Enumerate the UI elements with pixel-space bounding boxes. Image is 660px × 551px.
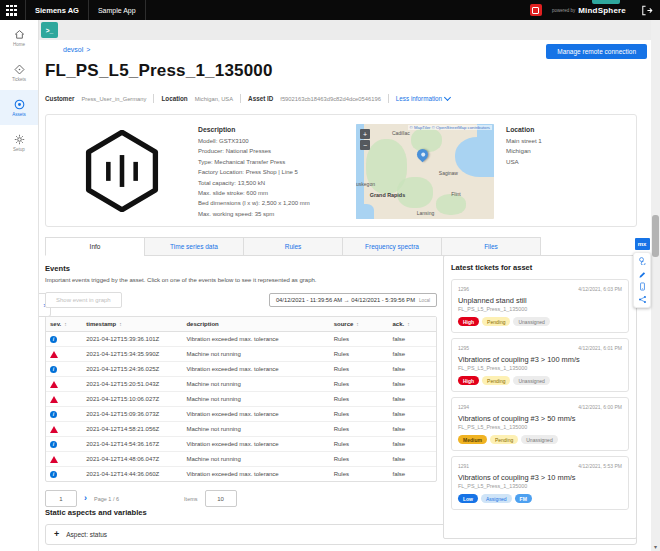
event-source: Rules (330, 467, 389, 481)
ticket-icon (13, 63, 26, 76)
assignee-badge: Unassigned (513, 376, 549, 385)
event-ack: false (388, 377, 436, 391)
logout-icon[interactable] (640, 4, 653, 17)
table-row[interactable]: 2021-04-12T14:58:21.056Z Machine not run… (46, 422, 436, 437)
terminal-icon[interactable]: >_ (41, 22, 58, 38)
page-scrollbar[interactable]: ▾ (651, 20, 660, 551)
table-row[interactable]: 2021-04-12T15:09:36.073Z Vibration excee… (46, 407, 436, 422)
sort-icon[interactable]: ↕ (119, 321, 122, 327)
assignee-badge: FM (515, 494, 532, 503)
less-information-toggle[interactable]: Less information (396, 95, 450, 102)
community-icon[interactable] (638, 256, 647, 265)
description-line: Total capacity: 13,500 kN (198, 178, 356, 188)
items-label: Items (184, 496, 197, 502)
severity-icon (50, 456, 58, 463)
description-line: Max. working speed: 35 spm (198, 209, 356, 219)
status-badge: Pending (490, 435, 518, 444)
description-line: Factory Location: Press Shop | Line 5 (198, 167, 356, 177)
sort-icon[interactable]: ↕ (407, 321, 410, 327)
map-city-label: Cadillac (392, 130, 410, 136)
sidebar-item-label: Setup (13, 147, 25, 152)
tab-info[interactable]: Info (45, 237, 145, 256)
status-badge: Assigned (481, 494, 512, 503)
app-logo-icon[interactable] (530, 4, 542, 16)
event-source: Rules (330, 422, 389, 436)
secondary-bar (39, 20, 660, 40)
location-line: USA (506, 157, 636, 167)
table-row[interactable]: 2021-04-12T15:39:36.101Z Vibration excee… (46, 332, 436, 347)
sidebar-item-tickets[interactable]: Tickets (0, 55, 38, 90)
map-attribution[interactable]: © MapTiler © OpenStreetMap contributors (408, 125, 492, 130)
sort-icon[interactable]: ↕ (64, 321, 67, 327)
tab-time-series-data[interactable]: Time series data (144, 237, 244, 256)
table-row[interactable]: 2021-04-12T14:54:36.167Z Vibration excee… (46, 437, 436, 452)
scrollbar-thumb[interactable] (652, 215, 659, 257)
latest-tickets-panel: Latest tickets for asset 1296 4/12/2021,… (443, 255, 637, 539)
table-row[interactable]: 2021-04-12T14:44:36.060Z Vibration excee… (46, 467, 436, 481)
map-zoom-in-button[interactable]: + (360, 129, 370, 139)
sidebar-item-home[interactable]: Home (0, 20, 38, 55)
event-source: Rules (330, 362, 389, 376)
event-source: Rules (330, 332, 389, 346)
edit-pencil-icon[interactable] (638, 269, 647, 278)
tab-frequency-spectra[interactable]: Frequency spectra (342, 237, 442, 256)
table-row[interactable]: 2021-04-12T15:34:35.990Z Machine not run… (46, 347, 436, 362)
app-switcher-icon[interactable] (6, 5, 17, 16)
date-range-picker[interactable]: 04/12/2021 - 11:39:56 AM → 04/12/2021 - … (269, 293, 437, 307)
column-label[interactable]: ack. (392, 321, 404, 327)
event-timestamp: 2021-04-12T14:48:06.047Z (82, 452, 182, 466)
ticket-card[interactable]: 1295 4/12/2021, 6:01 PM Vibrations of co… (451, 338, 629, 392)
mx-badge[interactable]: mx (635, 238, 650, 250)
next-page-icon[interactable]: › (84, 494, 87, 503)
table-row[interactable]: 2021-04-12T15:10:06.027Z Machine not run… (46, 392, 436, 407)
items-per-page-input[interactable] (205, 490, 237, 507)
assignee-badge: Unassigned (521, 435, 557, 444)
ticket-asset: FL_PS_L5_Press_1_135000 (458, 483, 622, 489)
location-label: Location (161, 95, 187, 102)
event-source: Rules (330, 452, 389, 466)
page-number-input[interactable] (45, 490, 77, 507)
column-label[interactable]: sev. (50, 321, 61, 327)
ticket-card[interactable]: 1294 4/12/2021, 6:00 PM Vibrations of co… (451, 397, 629, 451)
description-line: Producer: National Presses (198, 146, 356, 156)
chevron-down-icon (444, 94, 451, 101)
map-water (356, 204, 374, 219)
table-row[interactable]: 2021-04-12T15:20:51.043Z Machine not run… (46, 377, 436, 392)
location-map[interactable]: © MapTiler © OpenStreetMap contributors … (356, 124, 494, 219)
event-description: Vibration exceeded max. tolerance (182, 437, 329, 451)
sort-icon[interactable]: ↕ (356, 321, 359, 327)
ticket-id: 1296 (458, 286, 469, 292)
ticket-card[interactable]: 1296 4/12/2021, 6:03 PM Unplanned stand … (451, 279, 629, 333)
table-row[interactable]: 2021-04-12T14:48:06.047Z Machine not run… (46, 452, 436, 467)
ticket-datetime: 4/12/2021, 6:01 PM (578, 345, 622, 351)
column-label[interactable]: source (334, 321, 354, 327)
column-label[interactable]: timestamp (86, 321, 116, 327)
column-label[interactable]: description (186, 321, 218, 327)
tab-rules[interactable]: Rules (243, 237, 343, 256)
table-row[interactable]: 2021-04-12T15:24:36.025Z Vibration excee… (46, 362, 436, 377)
event-description: Vibration exceeded max. tolerance (182, 362, 329, 376)
sidebar-item-setup[interactable]: Setup (0, 125, 38, 160)
event-ack: false (388, 332, 436, 346)
event-source: Rules (330, 392, 389, 406)
breadcrumb[interactable]: devsol > (63, 46, 90, 53)
ticket-card[interactable]: 1291 4/12/2021, 5:53 PM Vibrations of co… (451, 456, 629, 510)
breadcrumb-link[interactable]: devsol (63, 46, 83, 53)
tab-files[interactable]: Files (441, 237, 541, 256)
top-bar: Siemens AG Sample App powered by MindSph… (0, 0, 660, 20)
map-zoom-out-button[interactable]: − (360, 140, 370, 150)
share-icon[interactable] (638, 295, 647, 304)
sidebar-item-assets[interactable]: Assets (0, 90, 38, 125)
description-line: Bed dimensions (l x w): 2,500 x 1,200 mm (198, 198, 356, 208)
mindsphere-logo: MindSphere (578, 6, 626, 15)
manage-remote-connection-button[interactable]: Manage remote connection (546, 44, 647, 59)
mobile-device-icon[interactable] (638, 282, 647, 291)
page-title: FL_PS_L5_Press_1_135000 (45, 61, 273, 81)
event-timestamp: 2021-04-12T15:39:36.101Z (82, 332, 182, 346)
event-source: Rules (330, 407, 389, 421)
tab-bar: Info Time series data Rules Frequency sp… (45, 237, 541, 256)
show-event-in-graph-button[interactable]: Show event in graph (45, 292, 122, 308)
scroll-down-icon[interactable]: ▾ (651, 543, 660, 550)
ticket-id: 1295 (458, 345, 469, 351)
ticket-datetime: 4/12/2021, 6:03 PM (578, 286, 622, 292)
